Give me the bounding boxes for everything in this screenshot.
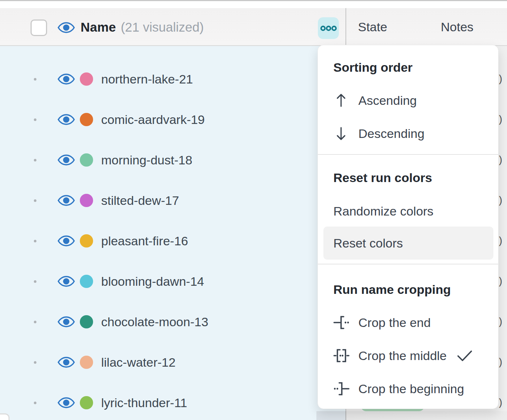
run-name[interactable]: lilac-water-12 xyxy=(101,355,176,370)
run-name[interactable]: stilted-dew-17 xyxy=(101,193,179,208)
drag-handle-icon[interactable] xyxy=(34,78,36,81)
menu-item-randomize-colors[interactable]: Randomize colors xyxy=(333,195,491,228)
menu-item-ascending[interactable]: Ascending xyxy=(333,84,491,117)
menu-section-header: Run name cropping xyxy=(333,281,451,298)
run-row: pleasant-fire-16 xyxy=(0,221,316,261)
menu-item-label: Randomize colors xyxy=(333,204,433,218)
run-row: northern-lake-21 xyxy=(0,59,316,99)
column-options-menu: Sorting order Ascending Descending Reset… xyxy=(318,45,499,409)
menu-item-label: Ascending xyxy=(358,93,417,108)
notes-column-header[interactable]: Notes xyxy=(441,8,474,46)
name-column-label: Name xyxy=(81,20,116,35)
run-name[interactable]: chocolate-moon-13 xyxy=(101,315,208,329)
run-name[interactable]: comic-aardvark-19 xyxy=(101,113,205,127)
visibility-eye-icon[interactable] xyxy=(57,395,75,410)
drag-handle-icon[interactable] xyxy=(34,280,36,283)
menu-item-reset-colors[interactable]: Reset colors xyxy=(323,227,493,260)
run-color-dot[interactable] xyxy=(80,356,93,369)
visibility-eye-icon[interactable] xyxy=(57,153,75,167)
run-color-dot[interactable] xyxy=(80,72,93,86)
top-border xyxy=(0,0,507,1)
checkmark-icon xyxy=(457,349,472,362)
clipped-cell-text: ) xyxy=(499,275,502,287)
run-row: lyric-thunder-11 xyxy=(0,382,316,420)
name-column-menu-button[interactable] xyxy=(318,17,339,39)
menu-item-label: Crop the middle xyxy=(358,349,447,363)
visualized-count: (21 visualized) xyxy=(121,20,204,35)
clipped-cell-text: ) xyxy=(499,356,502,368)
menu-item-crop-the-beginning[interactable]: Crop the beginning xyxy=(333,372,491,405)
run-name[interactable]: lyric-thunder-11 xyxy=(101,396,187,410)
drag-handle-icon[interactable] xyxy=(34,159,36,161)
visibility-eye-icon[interactable] xyxy=(57,20,75,36)
run-color-dot[interactable] xyxy=(80,275,93,288)
crop-end-icon xyxy=(333,314,358,331)
menu-item-label: Reset colors xyxy=(333,236,403,250)
bottom-strip-right xyxy=(346,411,507,420)
menu-divider xyxy=(318,264,498,264)
clipped-cell-text: ) xyxy=(499,195,502,206)
visibility-eye-icon[interactable] xyxy=(57,72,75,86)
clipped-cell-text: ) xyxy=(499,73,502,85)
column-divider-bottom xyxy=(345,411,346,420)
bottom-strip-left xyxy=(316,411,346,420)
run-name[interactable]: morning-dust-18 xyxy=(101,153,192,167)
drag-handle-icon[interactable] xyxy=(34,118,36,121)
three-dots-icon xyxy=(320,25,337,32)
visibility-eye-icon[interactable] xyxy=(57,274,75,289)
run-color-dot[interactable] xyxy=(80,234,93,248)
arrow-up-icon xyxy=(333,93,358,108)
menu-item-descending[interactable]: Descending xyxy=(333,117,491,150)
menu-section-header: Reset run colors xyxy=(333,169,432,186)
run-name[interactable]: pleasant-fire-16 xyxy=(101,234,188,248)
run-row: blooming-dawn-14 xyxy=(0,261,316,302)
clipped-cell-text: ) xyxy=(499,397,502,408)
clipped-cell-text: ) xyxy=(499,114,502,125)
visibility-eye-icon[interactable] xyxy=(57,193,75,208)
visibility-eye-icon[interactable] xyxy=(57,234,75,248)
run-row: lilac-water-12 xyxy=(0,342,316,382)
run-name[interactable]: blooming-dawn-14 xyxy=(101,274,204,289)
clipped-cell-text: ) xyxy=(499,235,502,246)
drag-handle-icon[interactable] xyxy=(34,240,36,242)
drag-handle-icon[interactable] xyxy=(34,199,36,202)
run-color-dot[interactable] xyxy=(80,113,93,126)
run-name[interactable]: northern-lake-21 xyxy=(101,72,193,86)
drag-handle-icon[interactable] xyxy=(34,402,36,404)
run-row: stilted-dew-17 xyxy=(0,180,316,221)
run-row: comic-aardvark-19 xyxy=(0,99,316,140)
run-color-dot[interactable] xyxy=(80,194,93,207)
name-column-header[interactable]: Name (21 visualized) xyxy=(81,8,204,46)
menu-divider xyxy=(318,154,498,155)
table-header-row: Name (21 visualized) State Notes xyxy=(0,8,507,46)
visibility-eye-icon[interactable] xyxy=(57,112,75,127)
menu-section-header: Sorting order xyxy=(333,58,412,76)
run-color-dot[interactable] xyxy=(80,396,93,409)
menu-item-label: Crop the end xyxy=(358,316,431,330)
drag-handle-icon[interactable] xyxy=(34,361,36,364)
menu-item-label: Descending xyxy=(358,127,425,141)
run-row: chocolate-moon-13 xyxy=(0,302,316,342)
crop-middle-icon xyxy=(333,348,358,364)
visibility-eye-icon[interactable] xyxy=(57,355,75,370)
clipped-cell-text: ) xyxy=(499,316,502,327)
menu-item-crop-the-middle[interactable]: Crop the middle xyxy=(333,339,491,372)
run-color-dot[interactable] xyxy=(80,315,93,328)
arrow-down-icon xyxy=(333,126,358,141)
clipped-cell-text: ) xyxy=(499,154,502,165)
state-column-header[interactable]: State xyxy=(358,8,387,46)
drag-handle-icon[interactable] xyxy=(34,321,36,323)
select-all-checkbox[interactable] xyxy=(31,19,47,36)
crop-beginning-icon xyxy=(333,381,358,397)
menu-item-label: Crop the beginning xyxy=(358,382,464,396)
run-row: morning-dust-18 xyxy=(0,140,316,180)
runs-sidebar-screen: Name (21 visualized) State Notes norther… xyxy=(0,0,507,420)
menu-item-crop-the-end[interactable]: Crop the end xyxy=(333,306,491,339)
visibility-eye-icon[interactable] xyxy=(57,314,75,329)
run-color-dot[interactable] xyxy=(80,153,93,167)
scrollbar-corner[interactable] xyxy=(0,413,10,420)
